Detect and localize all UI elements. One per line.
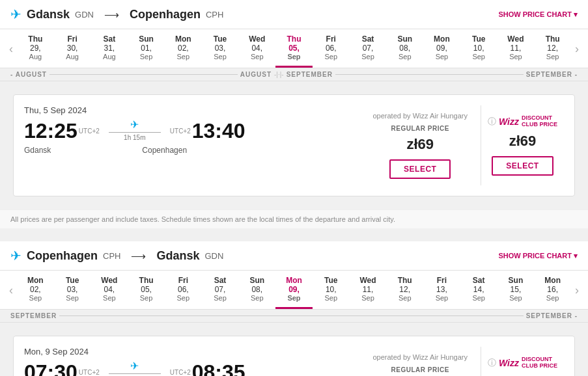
route2-date-carousel: ‹ Mon02,SepTue03,SepWed04,SepThu05,SepFr…: [0, 271, 588, 310]
date-item[interactable]: Tue03,Sep: [54, 271, 91, 309]
route1-regular-price: zł69: [406, 136, 434, 153]
timeline-sep2: SEPTEMBER -: [526, 71, 578, 78]
route2-flight-card: Mon, 9 Sep 2024 07:30 UTC+2 ✈ 1h 5m UTC+…: [13, 336, 575, 376]
route1-section: ✈ Gdansk GDN ⟶ Copenhagen CPH SHOW PRICE…: [0, 0, 588, 228]
route2-wizz-logo: Wizz: [499, 358, 519, 368]
route2-dest-code: GDN: [205, 251, 224, 261]
date-item[interactable]: Fri30,Aug: [54, 29, 91, 68]
date-item[interactable]: Tue03,Sep: [202, 29, 239, 68]
route1-plane-icon: ✈: [130, 118, 139, 131]
route2-dur-plane-icon: ✈: [130, 360, 139, 372]
timeline-aug1: - AUGUST: [10, 71, 47, 78]
route1-dest-code: CPH: [206, 10, 223, 20]
spacer: [0, 235, 588, 241]
date-item[interactable]: Sat14,Sep: [460, 271, 497, 309]
route2-arrive-utc: UTC+2: [170, 369, 191, 376]
route1-date-carousel: ‹ Thu29,AugFri30,AugSat31,AugSun01,SepMo…: [0, 29, 588, 68]
route2-flight-date: Mon, 9 Sep 2024: [24, 347, 359, 356]
route1-info-icon: ⓘ: [488, 116, 496, 128]
date-item[interactable]: Wed04,Sep: [238, 29, 275, 68]
route2-header: ✈ Copenhagen CPH ⟶ Gdansk GDN SHOW PRICE…: [0, 241, 588, 271]
r2-timeline-sep1: SEPTEMBER: [10, 312, 57, 319]
date-item[interactable]: Mon09,Sep: [423, 29, 460, 68]
route2-timeline: SEPTEMBER SEPTEMBER -: [0, 310, 588, 323]
date-item[interactable]: Tue10,Sep: [313, 271, 350, 309]
route2-club-price-col: ⓘ Wizz DISCOUNTCLUB PRICE zł69 SELECT: [481, 347, 564, 376]
route2-duration-line: [109, 373, 161, 374]
date-item[interactable]: Sun08,Sep: [238, 271, 275, 309]
date-item[interactable]: Mon02,Sep: [17, 271, 54, 309]
route1-regular-price-col: operated by Wizz Air Hungary REGULAR PRI…: [366, 105, 474, 185]
route2-prev-btn[interactable]: ‹: [5, 284, 17, 296]
route1-next-btn[interactable]: ›: [571, 43, 583, 55]
route2-regular-label: REGULAR PRICE: [391, 366, 449, 373]
route1-club-price: zł69: [509, 133, 537, 150]
date-item[interactable]: Mon16,Sep: [534, 271, 571, 309]
date-item[interactable]: Sun15,Sep: [497, 271, 535, 309]
route1-arrive-time: 13:40: [192, 119, 245, 143]
route2-dest-city: Gdansk: [156, 249, 199, 263]
route1-duration-text: 1h 15m: [124, 134, 145, 141]
route1-show-chart[interactable]: SHOW PRICE CHART: [498, 10, 578, 19]
route2-regular-price-col: operated by Wizz Air Hungary REGULAR PRI…: [366, 347, 474, 376]
date-item[interactable]: Wed11,Sep: [350, 271, 387, 309]
date-item[interactable]: Sun01,Sep: [128, 29, 165, 68]
route1-flight-times: 12:25 UTC+2 ✈ 1h 15m UTC+2 13:40: [24, 119, 359, 143]
timeline-sep1: SEPTEMBER: [287, 71, 333, 78]
route1-info: ✈ Gdansk GDN ⟶ Copenhagen CPH: [10, 7, 223, 22]
route2-show-chart[interactable]: SHOW PRICE CHART: [498, 252, 578, 260]
date-item[interactable]: Thu05,Sep: [128, 271, 165, 309]
date-item[interactable]: Tue10,Sep: [460, 29, 497, 68]
route2-dates-row: Mon02,SepTue03,SepWed04,SepThu05,SepFri0…: [17, 271, 571, 309]
route1-header: ✈ Gdansk GDN ⟶ Copenhagen CPH SHOW PRICE…: [0, 0, 588, 29]
route1-arrow: ⟶: [104, 8, 119, 21]
route2-info: ✈ Copenhagen CPH ⟶ Gdansk GDN: [10, 248, 223, 263]
route2-plane-icon: ✈: [10, 248, 21, 263]
route1-origin-code: GDN: [75, 10, 94, 20]
route1-origin-city: Gdansk: [27, 8, 70, 21]
route1-cities: Gdansk Copenhagen: [24, 146, 359, 155]
route1-regular-label: REGULAR PRICE: [391, 125, 449, 132]
date-item[interactable]: Wed04,Sep: [91, 271, 128, 309]
date-item[interactable]: Thu12,Sep: [534, 29, 571, 68]
route1-flight-info: Thu, 5 Sep 2024 12:25 UTC+2 ✈ 1h 15m UTC…: [24, 105, 359, 185]
route1-dates-row: Thu29,AugFri30,AugSat31,AugSun01,SepMon0…: [17, 29, 571, 68]
route1-operated-by: operated by Wizz Air Hungary: [372, 112, 468, 120]
date-item[interactable]: Fri06,Sep: [313, 29, 350, 68]
route2-origin-city: Copenhagen: [27, 249, 98, 263]
route1-prev-btn[interactable]: ‹: [5, 43, 17, 55]
date-item[interactable]: Wed11,Sep: [497, 29, 535, 68]
date-item[interactable]: Thu29,Aug: [17, 29, 54, 68]
date-item[interactable]: Mon02,Sep: [165, 29, 202, 68]
date-item[interactable]: Mon09,Sep: [275, 271, 313, 309]
date-item[interactable]: Thu05,Sep: [275, 29, 313, 68]
route1-flight-date: Thu, 5 Sep 2024: [24, 105, 359, 115]
route1-flight-card: Thu, 5 Sep 2024 12:25 UTC+2 ✈ 1h 15m UTC…: [13, 94, 575, 196]
date-item[interactable]: Sat07,Sep: [350, 29, 387, 68]
route1-select-btn[interactable]: SELECT: [389, 159, 451, 179]
date-item[interactable]: Thu12,Sep: [386, 271, 423, 309]
route2-section: ✈ Copenhagen CPH ⟶ Gdansk GDN SHOW PRICE…: [0, 241, 588, 376]
route2-discount-label: DISCOUNTCLUB PRICE: [522, 356, 557, 369]
route2-flight-times: 07:30 UTC+2 ✈ 1h 5m UTC+2 08:35: [24, 360, 359, 376]
route1-duration-row: ✈ 1h 15m: [109, 118, 161, 141]
route1-depart-utc: UTC+2: [79, 128, 100, 135]
route2-depart-time: 07:30: [24, 360, 77, 376]
route2-origin-code: CPH: [103, 251, 120, 261]
route2-next-btn[interactable]: ›: [571, 284, 583, 296]
route1-timeline: - AUGUST AUGUST -|·|- SEPTEMBER SEPTEMBE…: [0, 68, 588, 81]
route1-arrive-utc: UTC+2: [170, 128, 191, 135]
timeline-aug2: AUGUST: [240, 71, 272, 78]
date-item[interactable]: Sat31,Aug: [91, 29, 128, 68]
route2-arrive-time: 08:35: [192, 360, 245, 376]
date-item[interactable]: Sat07,Sep: [202, 271, 239, 309]
route1-wizz-logo: Wizz: [499, 116, 519, 127]
route1-origin: Gdansk: [24, 146, 51, 155]
route1-dest-city: Copenhagen: [130, 8, 201, 21]
date-item[interactable]: Fri06,Sep: [165, 271, 202, 309]
date-item[interactable]: Sun08,Sep: [386, 29, 423, 68]
date-item[interactable]: Fri13,Sep: [423, 271, 460, 309]
route1-club-select-btn[interactable]: SELECT: [492, 156, 553, 176]
r2-timeline-sep2: SEPTEMBER -: [526, 312, 578, 319]
route2-arrow: ⟶: [131, 250, 146, 262]
